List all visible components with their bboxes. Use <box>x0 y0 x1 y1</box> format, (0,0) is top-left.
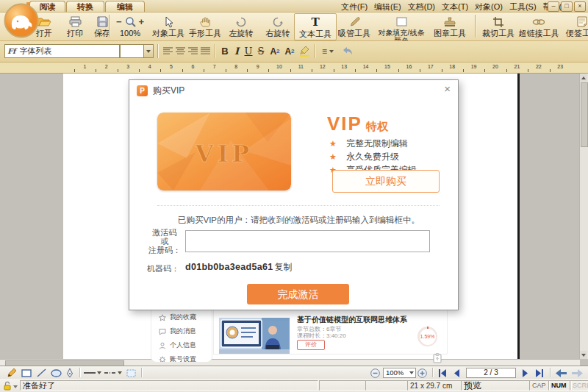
bold-button[interactable]: B <box>219 44 231 58</box>
app-logo[interactable] <box>3 2 40 39</box>
strikethrough-button[interactable]: S <box>255 44 267 58</box>
activation-instruction: 已购买VIP的用户：请把收到的激活码或注册码输入到编辑框中。 <box>178 215 420 226</box>
line-spacing-button[interactable]: ≡ <box>319 44 337 58</box>
fill-color-tool-button[interactable]: 对象填充/线条颜色 <box>375 15 428 41</box>
pencil-tool-button[interactable] <box>6 368 18 378</box>
note-icon <box>577 15 587 29</box>
italic-button[interactable]: I <box>232 44 242 58</box>
minimize-button[interactable]: – <box>548 1 559 12</box>
activation-code-input[interactable] <box>185 230 430 252</box>
page-size-indicator: 21 x 29.7 cm <box>407 380 462 391</box>
chevron-down-icon[interactable] <box>13 385 18 388</box>
next-page-button[interactable] <box>520 368 531 378</box>
dotted-divider <box>157 205 440 206</box>
underline-button[interactable]: U <box>243 44 254 58</box>
last-page-button[interactable] <box>534 368 545 378</box>
zoom-in-button[interactable] <box>417 368 427 378</box>
note-tool-button[interactable]: 便签工具 <box>564 15 588 38</box>
align-left-button[interactable] <box>162 44 173 58</box>
star-icon <box>159 314 166 321</box>
align-center-button[interactable] <box>174 44 186 58</box>
first-page-button[interactable] <box>437 368 448 378</box>
menu-tools[interactable]: 工具(S) <box>509 1 537 13</box>
eyedropper-tool-button[interactable]: 吸管工具 <box>337 15 372 38</box>
menu-bar: 文件(F) 编辑(E) 文档(D) 文本(T) 对象(O) 工具(S) 帮助(H… <box>341 1 570 13</box>
menu-file[interactable]: 文件(F) <box>341 1 368 13</box>
font-size-combobox[interactable] <box>120 44 154 58</box>
tab-edit[interactable]: 编辑 <box>105 1 145 12</box>
status-bar: 准备好了 21 x 29.7 cm 预览 CAP NUM SCRL <box>0 379 588 392</box>
activate-button[interactable]: 完成激活 <box>247 284 349 304</box>
zoom-level-combobox[interactable]: 100% <box>383 368 416 378</box>
rotate-right-icon <box>272 15 284 29</box>
drawing-toolbar: 100% 2 / 3 <box>0 366 588 379</box>
course-duration: 课程时长：3:40:20 <box>297 332 346 340</box>
scroll-down-arrow[interactable] <box>580 351 587 359</box>
marquee-tool-button[interactable] <box>125 368 137 378</box>
view-back-button[interactable] <box>554 368 567 378</box>
zoom-out-button[interactable] <box>370 368 380 378</box>
hyperlink-tool-button[interactable]: 超链接工具 <box>517 15 560 38</box>
font-list-combobox[interactable]: Ff 字体列表 <box>4 44 120 58</box>
tab-convert[interactable]: 转换 <box>66 1 104 12</box>
subscript-button[interactable]: A2 <box>283 44 296 58</box>
hand-tool-button[interactable]: 手形工具 <box>187 15 223 38</box>
chevron-down-icon <box>97 371 101 374</box>
text-tool-icon: T <box>311 15 319 29</box>
crop-tool-button[interactable]: 裁切工具 <box>482 15 514 38</box>
font-badge-icon: Ff <box>7 47 15 55</box>
format-toolbar: Ff 字体列表 B I U S A2 A2 ≡ <box>0 41 588 63</box>
machine-code-value: d01bb0ba3ead5a61 <box>185 262 273 272</box>
horizontal-ruler: 1234567891011121314151617181920212223 <box>0 63 588 74</box>
rectangle-tool-button[interactable] <box>21 368 32 378</box>
copy-link[interactable]: 复制 <box>274 261 292 274</box>
pen-tool-button[interactable] <box>65 368 75 378</box>
zoom-level-label: 100% <box>120 29 140 38</box>
zoom-in-button[interactable]: + <box>139 17 145 26</box>
page-indicator[interactable]: 2 / 3 <box>466 368 516 378</box>
view-forward-button[interactable] <box>570 368 584 378</box>
elephant-logo-icon <box>3 2 40 39</box>
line-style-picker[interactable] <box>84 368 101 378</box>
pen-nib-icon <box>65 368 74 378</box>
forward-arrow-icon <box>572 369 583 377</box>
restore-button[interactable]: □ <box>561 1 573 12</box>
sidebar-item-account: 账号设置 <box>159 355 196 363</box>
line-tool-button[interactable] <box>35 368 47 378</box>
lock-icon[interactable] <box>3 381 12 391</box>
highlight-button[interactable] <box>298 44 311 58</box>
stamp-tool-button[interactable]: 图章工具 <box>432 15 467 38</box>
menu-text[interactable]: 文本(T) <box>442 1 468 13</box>
previous-page-button[interactable] <box>451 368 462 378</box>
toolbar-separator <box>550 368 551 377</box>
buy-now-button[interactable]: 立即购买 <box>332 170 440 193</box>
dialog-close-icon[interactable]: × <box>444 82 451 95</box>
align-justify-button[interactable] <box>199 44 211 58</box>
menu-edit[interactable]: 编辑(E) <box>374 1 401 13</box>
scroll-up-arrow[interactable] <box>580 74 587 82</box>
superscript-button[interactable]: A2 <box>268 44 282 58</box>
rotate-left-button[interactable]: 左旋转 <box>226 15 256 38</box>
menu-document[interactable]: 文档(D) <box>408 1 435 13</box>
text-tool-button[interactable]: T 文本工具 <box>294 13 337 40</box>
vertical-scrollbar[interactable] <box>579 74 588 359</box>
activation-code-label: 激活码 或 注册码： <box>146 228 184 254</box>
align-right-button[interactable] <box>187 44 198 58</box>
close-button[interactable]: × <box>574 1 586 12</box>
vertical-scroll-thumb[interactable] <box>581 82 588 147</box>
color-swatch-icon <box>396 15 407 29</box>
hand-icon <box>199 15 211 29</box>
rotate-right-button[interactable]: 右旋转 <box>263 15 293 38</box>
crop-icon <box>493 15 503 29</box>
undo-button[interactable] <box>340 44 354 58</box>
object-tool-button[interactable]: 对象工具 <box>151 15 186 38</box>
print-button[interactable]: 打印 <box>60 15 90 38</box>
dialog-title: 购买VIP <box>153 85 184 97</box>
printer-icon <box>69 15 82 29</box>
dash-style-picker[interactable] <box>104 368 122 378</box>
star-icon: ★ <box>329 152 337 162</box>
zoom-out-button[interactable]: − <box>116 17 122 26</box>
vip-card-image: VIP <box>157 113 291 190</box>
menu-object[interactable]: 对象(O) <box>475 1 503 13</box>
ellipse-tool-button[interactable] <box>50 368 62 378</box>
